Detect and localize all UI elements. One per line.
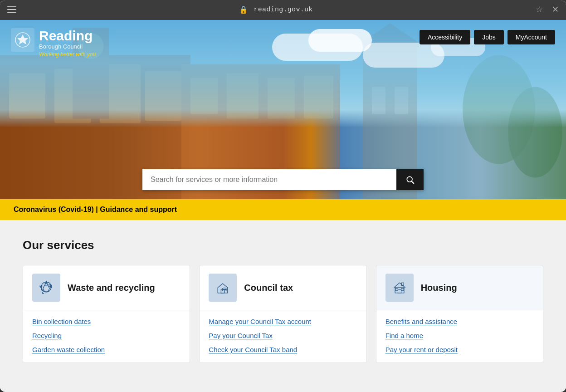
cards-grid: Waste and recycling Bin collection dates… — [23, 265, 543, 363]
lock-icon: 🔒 — [239, 5, 248, 14]
recycling-icon — [38, 279, 54, 296]
main-content: Our services — [0, 220, 566, 390]
url-text[interactable]: reading.gov.uk — [254, 6, 312, 14]
pay-council-tax-link[interactable]: Pay your Council Tax — [209, 332, 357, 339]
browser-window: 🔒 reading.gov.uk ☆ ✕ — [0, 0, 566, 392]
svg-rect-32 — [401, 289, 403, 291]
council-tax-icon-box — [209, 274, 237, 302]
svg-line-20 — [412, 181, 414, 184]
bin-collection-link[interactable]: Bin collection dates — [32, 318, 181, 325]
website: Reading Borough Council Working better w… — [0, 20, 566, 390]
benefits-assistance-link[interactable]: Benefits and assistance — [385, 318, 534, 325]
browser-chrome: 🔒 reading.gov.uk ☆ ✕ — [0, 0, 566, 20]
search-button[interactable] — [396, 169, 424, 190]
browser-actions: ☆ ✕ — [536, 5, 559, 15]
logo-tagline: Working better with you — [39, 51, 96, 58]
waste-recycling-icon-box — [32, 274, 60, 302]
housing-title: Housing — [421, 283, 457, 293]
council-emblem — [11, 28, 34, 52]
search-input[interactable] — [142, 169, 396, 190]
housing-card-header: Housing — [376, 265, 543, 310]
svg-rect-30 — [398, 290, 401, 293]
close-icon[interactable]: ✕ — [552, 5, 559, 15]
logo-reading: Reading — [39, 28, 96, 43]
svg-marker-21 — [45, 281, 47, 284]
housing-icon-box — [385, 274, 414, 302]
address-bar: 🔒 reading.gov.uk — [25, 5, 527, 14]
recycling-link[interactable]: Recycling — [32, 332, 181, 339]
header-buttons: Accessibility Jobs MyAccount — [420, 30, 555, 44]
council-tax-links: Manage your Council Tax account Pay your… — [200, 310, 366, 363]
svg-marker-22 — [40, 286, 42, 288]
yellow-banner: Coronavirus (Covid-19) | Guidance and su… — [0, 199, 566, 220]
garden-waste-link[interactable]: Garden waste collection — [32, 346, 181, 353]
housing-links: Benefits and assistance Find a home Pay … — [376, 310, 543, 363]
search-wrapper — [142, 169, 424, 190]
logo-borough: Borough Council — [39, 43, 96, 50]
waste-recycling-card: Waste and recycling Bin collection dates… — [23, 265, 190, 363]
bookmark-icon[interactable]: ☆ — [536, 5, 543, 15]
logo-section: Reading Borough Council Working better w… — [11, 28, 96, 58]
jobs-button[interactable]: Jobs — [474, 30, 504, 44]
covid-banner-link[interactable]: Coronavirus (Covid-19) | Guidance and su… — [14, 206, 177, 213]
housing-icon — [391, 279, 408, 296]
council-tax-card: Council tax Manage your Council Tax acco… — [199, 265, 366, 363]
accessibility-button[interactable]: Accessibility — [420, 30, 470, 44]
council-tax-card-header: Council tax — [200, 265, 366, 310]
waste-recycling-links: Bin collection dates Recycling Garden wa… — [23, 310, 190, 363]
hero-section: Reading Borough Council Working better w… — [0, 20, 566, 199]
waste-recycling-card-header: Waste and recycling — [23, 265, 190, 310]
council-tax-icon — [215, 279, 231, 296]
svg-rect-29 — [395, 287, 404, 293]
housing-card: Housing Benefits and assistance Find a h… — [376, 265, 543, 363]
services-title: Our services — [23, 238, 543, 252]
pay-rent-deposit-link[interactable]: Pay your rent or deposit — [385, 346, 534, 353]
logo-text: Reading Borough Council Working better w… — [39, 28, 96, 58]
svg-rect-31 — [395, 289, 398, 291]
council-tax-title: Council tax — [244, 283, 293, 293]
waste-recycling-title: Waste and recycling — [68, 283, 155, 293]
search-container — [0, 169, 566, 199]
find-home-link[interactable]: Find a home — [385, 332, 534, 339]
hamburger-menu-icon[interactable] — [7, 6, 16, 13]
myaccount-button[interactable]: MyAccount — [507, 30, 555, 44]
manage-council-tax-link[interactable]: Manage your Council Tax account — [209, 318, 357, 325]
check-council-tax-band-link[interactable]: Check your Council Tax band — [209, 346, 357, 353]
search-icon — [405, 175, 415, 184]
header-bar: Reading Borough Council Working better w… — [0, 20, 566, 64]
